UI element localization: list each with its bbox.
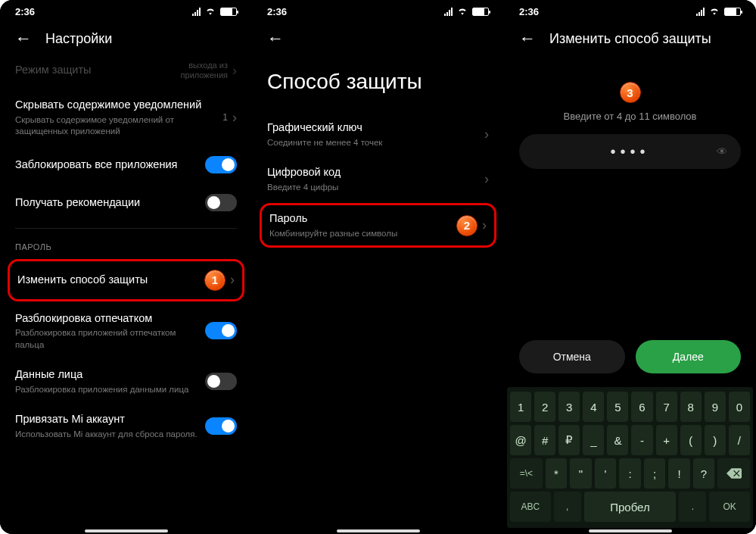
battery-icon (472, 8, 489, 16)
key-=\<[interactable]: =\< (510, 458, 543, 489)
key-@[interactable]: @ (510, 425, 531, 455)
wifi-icon (205, 8, 216, 15)
wifi-icon (457, 8, 468, 15)
row-hide-notifications[interactable]: Скрывать содержимое уведомлений Скрывать… (0, 89, 252, 146)
key-;[interactable]: ; (644, 458, 666, 489)
key-4[interactable]: 4 (583, 392, 604, 422)
screen-settings: 2:36 ← Настройки Режим защиты выхода из … (0, 0, 252, 534)
toggle-mi-account[interactable] (205, 417, 237, 435)
status-bar: 2:36 (0, 0, 252, 23)
battery-icon (220, 8, 237, 16)
key-)[interactable]: ) (705, 425, 726, 455)
key-*[interactable]: * (546, 458, 568, 489)
battery-icon (724, 8, 741, 16)
chevron-right-icon: › (228, 110, 237, 126)
row-pin[interactable]: Цифровой код Введите 4 цифры › (252, 157, 504, 201)
password-hint: Введите от 4 до 11 символов (504, 111, 756, 122)
wifi-icon (709, 8, 720, 15)
key-#[interactable]: # (534, 425, 555, 455)
row-face-data[interactable]: Данные лица Разблокировка приложения дан… (0, 359, 252, 404)
row-fingerprint-unlock[interactable]: Разблокировка отпечатком Разблокировка п… (0, 303, 252, 360)
status-bar: 2:36 (504, 0, 756, 23)
home-indicator[interactable] (589, 529, 672, 532)
key-&[interactable]: & (607, 425, 628, 455)
key-.[interactable]: . (679, 492, 706, 522)
key-:[interactable]: : (619, 458, 641, 489)
row-recommendations[interactable]: Получать рекомендации (0, 184, 252, 222)
toggle-lock-all[interactable] (205, 156, 237, 173)
page-title: Настройки (45, 31, 112, 47)
screen-protection-method: 2:36 ← Способ защиты Графический ключ Со… (252, 0, 504, 534)
cancel-button[interactable]: Отмена (519, 340, 625, 373)
toggle-face[interactable] (205, 373, 237, 390)
key-"[interactable]: " (570, 458, 592, 489)
status-time: 2:36 (519, 6, 539, 17)
key-0[interactable]: 0 (729, 392, 750, 422)
key-'[interactable]: ' (595, 458, 617, 489)
row-lock-all-apps[interactable]: Заблокировать все приложения (0, 146, 252, 184)
key-backspace[interactable] (717, 458, 750, 489)
home-indicator[interactable] (85, 529, 168, 532)
step-badge-3: 3 (620, 82, 641, 103)
key-1[interactable]: 1 (510, 392, 531, 422)
row-pattern[interactable]: Графический ключ Соедините не менее 4 то… (252, 112, 504, 157)
row-protection-mode[interactable]: Режим защиты выхода из приложения › (0, 52, 252, 89)
back-button[interactable]: ← (519, 30, 536, 47)
key-ok[interactable]: OK (709, 492, 750, 522)
key-+[interactable]: + (656, 425, 677, 455)
eye-icon[interactable]: 👁 (717, 145, 727, 158)
chevron-right-icon: › (228, 63, 237, 79)
home-indicator[interactable] (337, 529, 420, 532)
status-bar: 2:36 (252, 0, 504, 23)
password-input[interactable]: •••• 👁 (519, 134, 741, 169)
key-![interactable]: ! (668, 458, 690, 489)
key-₽[interactable]: ₽ (558, 425, 580, 455)
status-time: 2:36 (267, 6, 287, 17)
key-2[interactable]: 2 (534, 392, 555, 422)
back-button[interactable]: ← (267, 29, 284, 48)
key-_[interactable]: _ (583, 425, 604, 455)
password-dots: •••• (610, 143, 649, 161)
key-8[interactable]: 8 (680, 392, 702, 422)
key-пробел[interactable]: Пробел (584, 492, 677, 522)
toggle-fingerprint[interactable] (205, 322, 237, 339)
page-title: Способ защиты (252, 47, 504, 112)
key-3[interactable]: 3 (558, 392, 580, 422)
key-?[interactable]: ? (693, 458, 715, 489)
keyboard: 1234567890 @#₽_&-+()/ =\<*"':;!? ABC,Про… (507, 387, 753, 528)
key-([interactable]: ( (680, 425, 702, 455)
signal-icon (696, 8, 705, 16)
chevron-right-icon: › (480, 126, 489, 142)
key-/[interactable]: / (729, 425, 750, 455)
status-time: 2:36 (15, 6, 35, 17)
key-abc[interactable]: ABC (510, 492, 551, 522)
section-password-label: ПАРОЛЬ (0, 229, 252, 258)
step-badge-2: 2 (456, 215, 478, 236)
signal-icon (192, 8, 201, 16)
key-,[interactable]: , (554, 492, 581, 522)
toggle-recommendations[interactable] (205, 194, 237, 211)
row-password[interactable]: Пароль Комбинируйте разные символы 2 › (260, 203, 496, 248)
back-button[interactable]: ← (15, 30, 32, 47)
key-6[interactable]: 6 (631, 392, 652, 422)
screen-change-method: 2:36 ← Изменить способ защиты 3 Введите … (504, 0, 756, 534)
key-9[interactable]: 9 (705, 392, 726, 422)
row-mi-account[interactable]: Привязать Mi аккаунт Использовать Mi акк… (0, 404, 252, 448)
key--[interactable]: - (631, 425, 652, 455)
step-badge-1: 1 (204, 270, 226, 291)
key-5[interactable]: 5 (607, 392, 628, 422)
key-7[interactable]: 7 (656, 392, 677, 422)
signal-icon (444, 8, 453, 16)
row-change-protection-method[interactable]: Изменить способ защиты 1 › (8, 259, 244, 301)
chevron-right-icon: › (480, 171, 489, 187)
page-title: Изменить способ защиты (549, 31, 711, 47)
chevron-right-icon: › (226, 272, 235, 288)
next-button[interactable]: Далее (636, 340, 742, 373)
chevron-right-icon: › (478, 217, 487, 233)
